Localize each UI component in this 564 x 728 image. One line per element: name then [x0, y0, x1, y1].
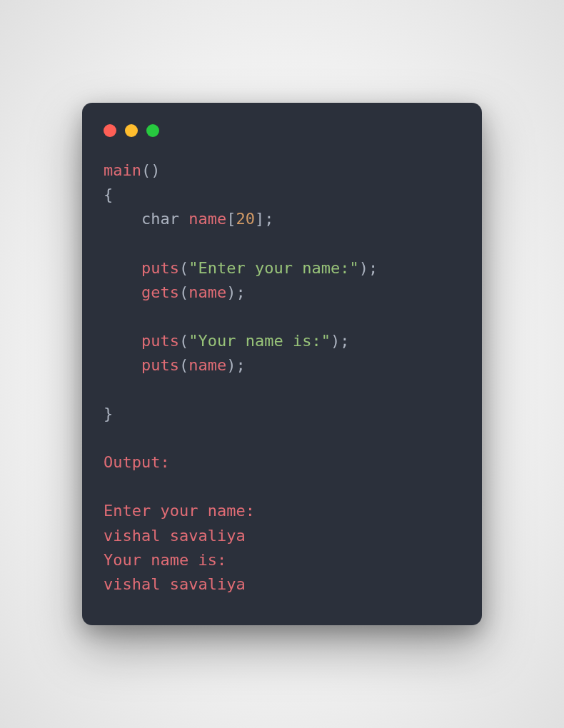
output-line-2: vishal savaliya — [104, 527, 246, 545]
semi1: ; — [264, 210, 273, 228]
code-window: main() { char name[20]; puts("Enter your… — [82, 103, 482, 625]
name-arg-2: name — [188, 356, 226, 374]
code-block: main() { char name[20]; puts("Enter your… — [104, 158, 460, 597]
maximize-icon[interactable] — [146, 124, 159, 137]
name-arg-1: name — [188, 283, 226, 301]
gets-fn: gets — [141, 283, 179, 301]
paren-close-3: ) — [226, 283, 236, 301]
output-line-1: Enter your name: — [104, 502, 255, 520]
brace-open: { — [104, 186, 113, 203]
puts-fn-3: puts — [141, 356, 179, 374]
paren-open-3: ( — [179, 283, 188, 301]
output-label: Output: — [104, 453, 170, 471]
paren-close-4: ) — [331, 332, 340, 350]
puts-fn-1: puts — [141, 259, 179, 277]
titlebar — [104, 124, 460, 137]
paren-close: ) — [151, 161, 160, 179]
str-enter: "Enter your name:" — [188, 259, 358, 277]
paren-open-4: ( — [179, 332, 188, 350]
main-fn: main — [104, 161, 141, 179]
output-line-4: vishal savaliya — [104, 575, 246, 593]
semi3: ; — [236, 283, 245, 301]
semi2: ; — [368, 259, 378, 277]
twenty: 20 — [236, 210, 255, 228]
name-var: name — [188, 210, 226, 228]
semi4: ; — [340, 332, 349, 350]
paren-open-2: ( — [179, 259, 188, 277]
paren-close-5: ) — [226, 356, 236, 374]
minimize-icon[interactable] — [125, 124, 138, 137]
semi5: ; — [236, 356, 245, 374]
brace-close: } — [104, 405, 113, 423]
paren-close-2: ) — [359, 259, 368, 277]
paren-open: ( — [141, 161, 151, 179]
output-line-3: Your name is: — [104, 551, 226, 569]
close-icon[interactable] — [104, 124, 116, 137]
str-yourname: "Your name is:" — [188, 332, 331, 350]
puts-fn-2: puts — [141, 332, 179, 350]
bracket-open: [ — [226, 210, 236, 228]
char-keyword: char — [141, 210, 179, 228]
bracket-close: ] — [255, 210, 264, 228]
paren-open-5: ( — [179, 356, 188, 374]
